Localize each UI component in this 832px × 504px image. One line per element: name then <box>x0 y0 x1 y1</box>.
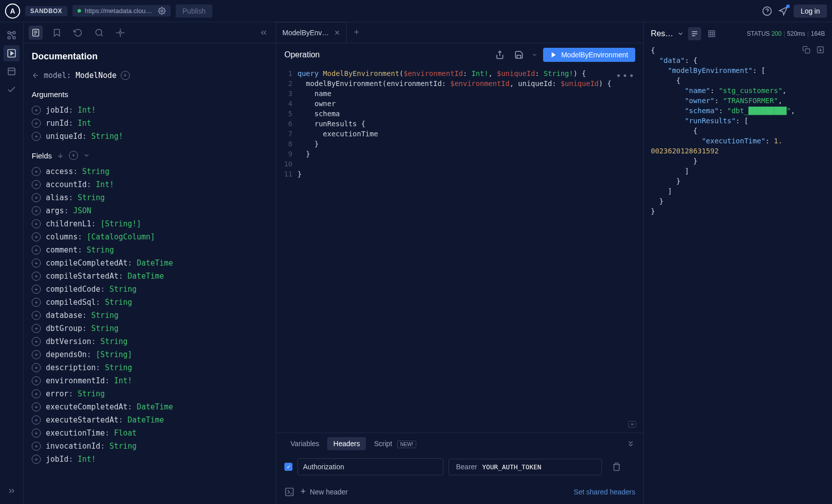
script-tab[interactable]: Script NEW! <box>368 437 422 450</box>
variables-tab[interactable]: Variables <box>284 437 325 450</box>
field-row[interactable]: +alias: String <box>32 191 268 204</box>
argument-row[interactable]: +jobId: Int! <box>32 104 268 117</box>
code-editor[interactable]: 1234567891011 query ModelByEnvironment($… <box>276 66 643 433</box>
header-enabled-checkbox[interactable]: ✓ <box>284 463 292 471</box>
field-row[interactable]: +comment: String <box>32 243 268 257</box>
header-key-input[interactable] <box>297 458 443 475</box>
add-field-icon[interactable]: + <box>32 455 41 464</box>
field-row[interactable]: +dbtVersion: String <box>32 335 268 348</box>
field-row[interactable]: +environmentId: Int! <box>32 374 268 387</box>
add-field-icon[interactable]: + <box>32 298 41 307</box>
json-view-icon[interactable] <box>688 27 701 40</box>
field-row[interactable]: +access: String <box>32 165 268 178</box>
argument-row[interactable]: +uniqueId: String! <box>32 130 268 143</box>
keyboard-shortcuts-icon[interactable]: ⌨ <box>628 421 636 428</box>
search-icon[interactable] <box>92 26 106 40</box>
tab-model-by-environment[interactable]: ModelByEnvi… ✕ <box>276 22 347 43</box>
field-row[interactable]: +executeStartedAt: DateTime <box>32 413 268 427</box>
settings-icon[interactable] <box>113 26 127 40</box>
gear-icon[interactable] <box>158 7 166 15</box>
response-body[interactable]: { "data": { "modelByEnvironment": [ { "n… <box>644 45 832 504</box>
copy-response-icon[interactable] <box>802 45 811 54</box>
env-vars-icon[interactable] <box>284 487 294 497</box>
help-icon[interactable] <box>762 6 773 17</box>
field-row[interactable]: +executeCompletedAt: DateTime <box>32 400 268 413</box>
add-field-icon[interactable]: + <box>32 311 41 320</box>
header-value-input[interactable] <box>479 459 601 475</box>
docs-view-icon[interactable] <box>29 26 43 40</box>
field-row[interactable]: +compiledSql: String <box>32 296 268 309</box>
add-field-icon[interactable]: + <box>32 402 41 411</box>
add-field-icon[interactable]: + <box>32 259 41 268</box>
add-field-icon[interactable]: + <box>32 206 41 215</box>
expand-rail-icon[interactable] <box>4 483 20 499</box>
add-arg-icon[interactable]: + <box>32 132 41 141</box>
add-field-icon[interactable]: + <box>32 219 41 228</box>
add-type-icon[interactable]: + <box>121 71 130 80</box>
add-field-icon[interactable]: + <box>32 245 41 255</box>
add-field-icon[interactable]: + <box>32 389 41 398</box>
response-dropdown-icon[interactable] <box>677 30 684 37</box>
add-field-icon[interactable]: + <box>32 415 41 425</box>
notifications-icon[interactable] <box>778 6 789 17</box>
bookmark-icon[interactable] <box>50 26 64 40</box>
field-row[interactable]: +args: JSON <box>32 204 268 217</box>
field-row[interactable]: +compileCompletedAt: DateTime <box>32 257 268 270</box>
add-field-icon[interactable]: + <box>32 285 41 294</box>
close-tab-icon[interactable]: ✕ <box>334 29 340 37</box>
schema-icon[interactable] <box>4 27 20 43</box>
add-arg-icon[interactable]: + <box>32 119 41 128</box>
add-field-icon[interactable]: + <box>32 363 41 372</box>
field-row[interactable]: +compiledCode: String <box>32 283 268 296</box>
run-operation-button[interactable]: ModelByEnvironment <box>543 48 635 62</box>
field-row[interactable]: +childrenL1: [String!] <box>32 217 268 230</box>
add-field-icon[interactable]: + <box>69 151 78 160</box>
shared-headers-link[interactable]: Set shared headers <box>574 488 635 496</box>
add-field-icon[interactable]: + <box>32 167 41 176</box>
add-field-icon[interactable]: + <box>32 180 41 189</box>
field-row[interactable]: +error: String <box>32 387 268 400</box>
field-row[interactable]: +description: String <box>32 361 268 374</box>
field-row[interactable]: +executionTime: Float <box>32 427 268 440</box>
table-view-icon[interactable] <box>705 27 718 40</box>
add-field-icon[interactable]: + <box>32 429 41 438</box>
explorer-icon[interactable] <box>4 45 20 61</box>
sort-down-icon[interactable] <box>57 152 64 159</box>
add-tab-icon[interactable]: + <box>347 27 366 38</box>
add-field-icon[interactable]: + <box>32 324 41 333</box>
editor-menu-icon[interactable]: ••• <box>616 70 635 81</box>
field-row[interactable]: +dependsOn: [String] <box>32 348 268 361</box>
field-row[interactable]: +jobId: Int! <box>32 453 268 466</box>
field-row[interactable]: +compileStartedAt: DateTime <box>32 270 268 283</box>
add-arg-icon[interactable]: + <box>32 106 41 115</box>
add-field-icon[interactable]: + <box>32 376 41 385</box>
add-field-icon[interactable]: + <box>32 272 41 281</box>
field-row[interactable]: +columns: [CatalogColumn] <box>32 230 268 243</box>
login-button[interactable]: Log in <box>794 5 827 18</box>
share-icon[interactable] <box>493 48 507 62</box>
field-row[interactable]: +accountId: Int! <box>32 178 268 191</box>
add-field-icon[interactable]: + <box>32 193 41 202</box>
save-dropdown-icon[interactable] <box>531 48 538 62</box>
back-arrow-icon[interactable] <box>32 71 40 79</box>
save-icon[interactable] <box>512 48 526 62</box>
field-row[interactable]: +invocationId: String <box>32 440 268 453</box>
connection-url[interactable]: https://metadata.cloud.get <box>72 5 171 17</box>
download-response-icon[interactable] <box>816 45 825 54</box>
add-field-icon[interactable]: + <box>32 350 41 359</box>
field-row[interactable]: +dbtGroup: String <box>32 322 268 335</box>
delete-header-icon[interactable] <box>607 462 626 471</box>
collections-icon[interactable] <box>4 63 20 79</box>
add-field-icon[interactable]: + <box>32 442 41 451</box>
chevron-down-icon[interactable] <box>83 152 90 159</box>
headers-tab[interactable]: Headers <box>327 437 366 450</box>
field-row[interactable]: +database: String <box>32 309 268 322</box>
argument-row[interactable]: +runId: Int <box>32 117 268 130</box>
checks-icon[interactable] <box>4 81 20 98</box>
add-field-icon[interactable]: + <box>32 337 41 346</box>
history-icon[interactable] <box>71 26 85 40</box>
publish-button[interactable]: Publish <box>176 5 213 18</box>
add-field-icon[interactable]: + <box>32 232 41 241</box>
new-header-button[interactable]: + New header <box>300 486 348 497</box>
collapse-bottom-icon[interactable] <box>626 439 635 448</box>
